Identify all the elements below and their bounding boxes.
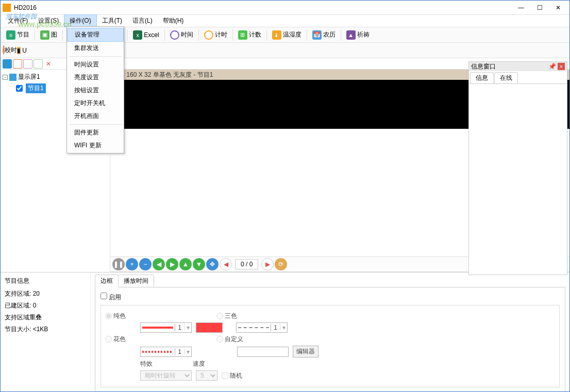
info-panel-title: 信息窗口 📌 × — [469, 62, 567, 71]
dd-device-manage[interactable]: 设备管理 — [67, 28, 124, 42]
program-info-title: 节目信息 — [5, 277, 86, 285]
custom-path-input[interactable] — [237, 347, 289, 357]
info-close-button[interactable]: × — [558, 63, 565, 70]
enable-checkbox-label[interactable]: 启用 — [100, 294, 121, 301]
tricolor-pattern-select[interactable]: 1▾ — [236, 322, 288, 333]
effect-select[interactable]: 顺时针旋转 — [140, 370, 192, 381]
image-icon: ▣ — [40, 30, 49, 40]
dd-timer-switch[interactable]: 定时开关机 — [67, 97, 124, 110]
up-button[interactable]: ▲ — [179, 258, 192, 270]
save-icon[interactable] — [3, 59, 12, 69]
tb-count[interactable]: ⊞ 计数 — [234, 29, 265, 41]
pattern-select[interactable]: 1▾ — [140, 347, 192, 357]
info-panel: 信息窗口 📌 × 信息 在线 — [468, 61, 567, 275]
play-button[interactable]: ▶ — [261, 258, 274, 270]
menu-settings[interactable]: 设置(S) — [33, 15, 64, 27]
dd-button-setting[interactable]: 按钮设置 — [67, 84, 124, 97]
properties-panel: 节目信息 支持区域: 20 已建区域: 0 支持区域重叠 节目大小: <1KB … — [1, 272, 569, 383]
rewind-button[interactable]: ◀ — [220, 258, 232, 270]
screen-icon — [9, 74, 16, 81]
usb-icon: ▮ — [17, 47, 21, 54]
program-info: 节目信息 支持区域: 20 已建区域: 0 支持区域重叠 节目大小: <1KB — [1, 272, 91, 383]
menu-bar: 文件(F) 设置(S) 操作(O) 工具(T) 语言(L) 帮助(H) — [1, 15, 569, 27]
radio-tricolor[interactable]: 三色 — [216, 312, 247, 320]
prev-button[interactable]: ◀ — [153, 258, 165, 270]
dd-firmware[interactable]: 固件更新 — [67, 126, 124, 139]
enable-checkbox[interactable] — [100, 293, 107, 299]
timer-icon — [204, 30, 213, 40]
info-tab-online[interactable]: 在线 — [494, 72, 518, 83]
radio-pattern[interactable]: 花色 — [105, 335, 136, 344]
tree-child-checkbox[interactable] — [16, 85, 23, 92]
tb-image[interactable]: ▣ 图 — [37, 29, 61, 41]
menu-file[interactable]: 文件(F) — [3, 15, 33, 27]
tb-temp[interactable]: 🌡 温湿度 — [269, 29, 305, 41]
random-checkbox-label[interactable]: 随机 — [222, 371, 253, 380]
pause-button[interactable]: ❚❚ — [112, 258, 125, 270]
tree-root-label: 显示屏1 — [18, 73, 40, 81]
move-button[interactable]: ✥ — [206, 258, 219, 270]
app-icon — [3, 4, 11, 12]
info-body — [469, 84, 567, 275]
delete-icon[interactable]: ✕ — [44, 59, 53, 69]
down-button[interactable]: ▼ — [193, 258, 205, 270]
speed-select[interactable]: 5 — [196, 370, 217, 381]
random-checkbox[interactable] — [222, 372, 228, 379]
menu-lang[interactable]: 语言(L) — [127, 15, 158, 27]
tb-timer[interactable]: 计时 — [200, 29, 231, 41]
dd-boot-screen[interactable]: 开机画面 — [67, 110, 124, 123]
speed-label: 速度 — [193, 360, 205, 368]
menu-help[interactable]: 帮助(H) — [158, 15, 189, 27]
menu-operate[interactable]: 操作(O) — [64, 14, 96, 27]
copy-icon[interactable] — [13, 59, 22, 69]
info-tab-info[interactable]: 信息 — [470, 72, 494, 83]
dd-cluster-send[interactable]: 集群发送 — [67, 42, 124, 55]
paste-icon[interactable] — [23, 59, 32, 69]
dd-time-setting[interactable]: 时间设置 — [67, 58, 124, 71]
clock-icon — [170, 30, 179, 40]
solid-color-swatch[interactable] — [196, 322, 223, 333]
dd-brightness[interactable]: 亮度设置 — [67, 71, 124, 84]
radio-custom[interactable]: 自定义 — [216, 335, 247, 344]
radio-solid[interactable]: 纯色 — [105, 312, 136, 320]
operate-dropdown: 设备管理 集群发送 时间设置 亮度设置 按钮设置 定时开关机 开机画面 固件更新… — [66, 26, 124, 154]
calendar-icon: 📅 — [312, 30, 322, 40]
tb-lunar[interactable]: 📅 农历 — [309, 29, 339, 41]
zoom-in-button[interactable]: + — [126, 258, 138, 270]
pray-icon: ▲ — [346, 30, 356, 40]
frame-counter: 0 / 0 — [235, 259, 258, 269]
next-button[interactable]: ▶ — [166, 258, 178, 270]
pin-icon[interactable]: 📌 — [548, 63, 556, 70]
app-title: HD2016 — [14, 4, 512, 11]
count-icon: ⊞ — [238, 30, 247, 40]
tree-child-label: 节目1 — [26, 83, 46, 93]
excel-icon: x — [133, 30, 142, 40]
check-icon[interactable] — [33, 59, 43, 69]
zoom-out-button[interactable]: − — [139, 258, 152, 270]
program-icon: ≡ — [6, 30, 15, 40]
tb-calibrate[interactable]: 校时 — [3, 46, 17, 55]
title-bar: HD2016 — ☐ ✕ — [1, 1, 569, 15]
tab-playtime[interactable]: 播放时间 — [118, 275, 154, 287]
dd-wifi-update[interactable]: WIFI 更新 — [67, 139, 124, 152]
tb-program[interactable]: ≡ 节目 — [3, 29, 33, 41]
editor-button[interactable]: 编辑器 — [293, 346, 318, 357]
tb-time[interactable]: 时间 — [166, 29, 197, 41]
menu-tools[interactable]: 工具(T) — [97, 15, 127, 27]
solid-pattern-select[interactable]: 1▾ — [140, 322, 192, 333]
minimize-button[interactable]: — — [512, 1, 530, 15]
maximize-button[interactable]: ☐ — [530, 1, 549, 15]
loop-button[interactable]: ⟳ — [275, 258, 287, 270]
tab-border[interactable]: 边框 — [95, 275, 119, 287]
thermometer-icon: 🌡 — [272, 30, 281, 40]
tb-pray[interactable]: ▲ 祈祷 — [343, 29, 373, 41]
collapse-icon[interactable]: - — [3, 75, 8, 80]
tb-usb[interactable]: ▮ U — [17, 47, 27, 54]
effect-label: 特效 — [140, 360, 153, 368]
close-button[interactable]: ✕ — [549, 1, 567, 15]
tb-excel[interactable]: x Excel — [129, 29, 162, 41]
